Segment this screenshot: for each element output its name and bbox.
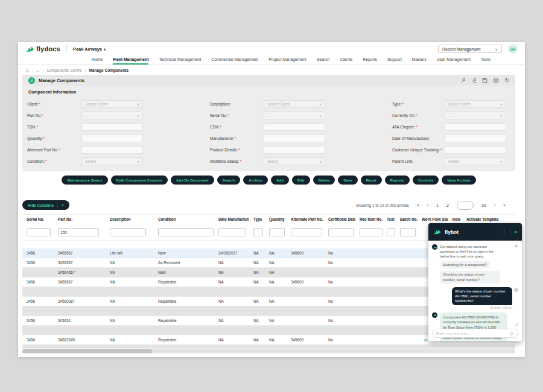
filter-input-test[interactable] xyxy=(387,228,395,236)
suggestion-chip-checking-the-status-of-part-nu[interactable]: Checking the status of part number, seri… xyxy=(440,271,500,283)
delete-button[interactable]: Delete xyxy=(313,175,335,185)
archive-button[interactable]: Archive xyxy=(243,175,268,185)
pagination-goto-input[interactable] xyxy=(457,201,474,210)
breadcrumb-item-item[interactable]: ... xyxy=(36,68,39,72)
select-condition[interactable]: Select∨ xyxy=(81,157,143,165)
breadcrumb-separator: › xyxy=(42,69,43,72)
column-header-condition: Condition xyxy=(154,215,214,224)
input-manufacturer[interactable] xyxy=(264,134,325,142)
kebab-menu-icon[interactable]: ⋮ xyxy=(501,229,506,235)
cell-test xyxy=(383,335,396,345)
horizontal-scrollbar[interactable] xyxy=(22,349,515,353)
nav-item-user-management[interactable]: User Management xyxy=(437,55,471,65)
message-timestamp: 13 Sept, 4:26 pm xyxy=(432,306,512,309)
filter-input-rac-item-no[interactable] xyxy=(360,228,383,236)
view-archive-button[interactable]: View Archive xyxy=(442,175,475,185)
select-type[interactable]: Select Client∨ xyxy=(445,100,506,108)
filter-input-type[interactable] xyxy=(253,228,263,236)
select-description[interactable]: Select Client∨ xyxy=(264,100,325,108)
nav-item-fleet-management[interactable]: Fleet Management xyxy=(113,55,148,65)
input-quantity[interactable] xyxy=(81,134,143,142)
input-tsn[interactable] xyxy=(81,123,143,131)
home-icon[interactable]: ⌂ xyxy=(26,68,29,73)
filter-input-part-no[interactable] xyxy=(58,228,99,236)
pagination-first[interactable]: « xyxy=(417,203,419,207)
pin-edit-icon[interactable] xyxy=(471,78,477,83)
filter-input-description[interactable] xyxy=(110,228,146,236)
pin-icon[interactable] xyxy=(460,78,466,83)
add-button[interactable]: Add xyxy=(271,175,289,185)
filter-input-serial-no[interactable] xyxy=(27,228,51,236)
refresh-icon[interactable]: ↻ xyxy=(504,78,509,83)
hide-columns-button[interactable]: Hide Columns ∨ xyxy=(22,200,69,210)
filter-input-certificate-date[interactable] xyxy=(328,228,354,236)
input-date-of-manufacture[interactable] xyxy=(445,134,506,142)
form-column-2: Description:Select Client∨Serial No:*---… xyxy=(210,100,325,169)
add-by-document-button[interactable]: Add By Document xyxy=(171,175,214,185)
breadcrumb-item-manage-components[interactable]: Manage Components xyxy=(89,68,129,72)
collapse-section-button[interactable]: ∨ xyxy=(28,77,35,84)
input-alternate-part-no[interactable] xyxy=(81,146,143,154)
nav-item-search[interactable]: Search xyxy=(317,55,330,65)
nav-item-project-management[interactable]: Project Management xyxy=(268,55,306,65)
cell-rac-item-no xyxy=(355,326,383,335)
nav-item-support[interactable]: Support xyxy=(387,55,402,65)
bulk-component-creation-button[interactable]: Bulk Component Creation xyxy=(111,175,168,185)
select-currently-on[interactable]: ---∨ xyxy=(445,112,506,119)
nav-item-tools[interactable]: Tools xyxy=(481,55,491,65)
table-row-11[interactable] xyxy=(22,345,515,349)
audio-icon xyxy=(515,244,518,248)
nav-item-masters[interactable]: Masters xyxy=(412,55,427,65)
form-field-parent-link: Parent Link:Select∨ xyxy=(392,157,506,165)
email-icon[interactable] xyxy=(493,78,499,83)
filter-input-batch-no[interactable] xyxy=(400,228,416,236)
client-dropdown[interactable]: Peak Airways ▾ xyxy=(73,46,106,52)
pagination-page-20[interactable]: 20 xyxy=(481,203,486,207)
filter-input-date-manufacture[interactable] xyxy=(218,228,246,236)
filter-input-condition[interactable] xyxy=(158,228,214,236)
nav-item-commercial-management[interactable]: Commercial Management xyxy=(211,55,258,65)
input-product-details[interactable] xyxy=(264,146,325,154)
input-ata-chapter[interactable] xyxy=(445,123,506,131)
input-csn[interactable] xyxy=(264,123,325,131)
cell-part-no: 34560987 xyxy=(54,297,106,306)
chat-input[interactable]: Enter your text here... ▷ xyxy=(432,329,518,338)
showing-entries-text: Showing 1 to 10 of 200 entries xyxy=(356,203,409,207)
pagination-last[interactable]: » xyxy=(503,203,506,207)
save-button[interactable]: Save xyxy=(338,175,357,185)
select-client[interactable]: Select Client∨ xyxy=(81,100,143,108)
user-avatar[interactable]: GK xyxy=(508,44,518,54)
filter-input-alternate-part-no[interactable] xyxy=(291,228,322,236)
search-button[interactable]: Search xyxy=(217,175,241,185)
suggestion-chip-searching-for-a-component[interactable]: Searching for a component? xyxy=(440,261,490,268)
edit-button[interactable]: Edit xyxy=(292,175,310,185)
record-management-select[interactable]: Record Management ∨ xyxy=(438,45,502,53)
save-icon[interactable] xyxy=(482,78,487,83)
filter-input-quantity[interactable] xyxy=(269,228,285,236)
reset-button[interactable]: Reset xyxy=(361,175,382,185)
maintenance-status-button[interactable]: Maintenance Status xyxy=(62,175,107,185)
nav-item-reports[interactable]: Reports xyxy=(363,55,377,65)
nav-item-technical-management[interactable]: Technical Management xyxy=(159,55,201,65)
pagination-prev[interactable]: ‹ xyxy=(427,203,428,207)
select-parent-link[interactable]: Select∨ xyxy=(445,157,506,165)
horizontal-scrollbar-thumb[interactable] xyxy=(22,349,152,353)
pagination-page-2[interactable]: 2 xyxy=(446,203,449,207)
filter-cell-rac-item-no xyxy=(355,224,383,241)
pagination-page-1[interactable]: 1 xyxy=(436,203,439,207)
nav-item-clients[interactable]: Clients xyxy=(340,55,352,65)
controls-button[interactable]: Controls xyxy=(413,175,439,185)
close-icon[interactable]: × xyxy=(514,229,517,235)
nav-item-home[interactable]: Home xyxy=(92,55,103,65)
field-label-currently-on: Currently On:* xyxy=(392,113,445,118)
send-icon[interactable]: ▷ xyxy=(510,331,514,336)
select-workflow-status[interactable]: Select∨ xyxy=(264,157,325,165)
pagination-next[interactable]: › xyxy=(494,203,495,207)
select-serial-no[interactable]: ---∨ xyxy=(264,112,325,119)
cell-description: NA xyxy=(106,316,154,326)
select-part-no[interactable]: ---∨ xyxy=(81,112,143,119)
scroll-down-icon[interactable]: ∨ xyxy=(516,323,518,326)
breadcrumb-item-components-centre[interactable]: Components Centre xyxy=(46,68,81,72)
reports-button[interactable]: Reports xyxy=(385,175,410,185)
input-customer-unique-tracking[interactable] xyxy=(445,146,506,154)
